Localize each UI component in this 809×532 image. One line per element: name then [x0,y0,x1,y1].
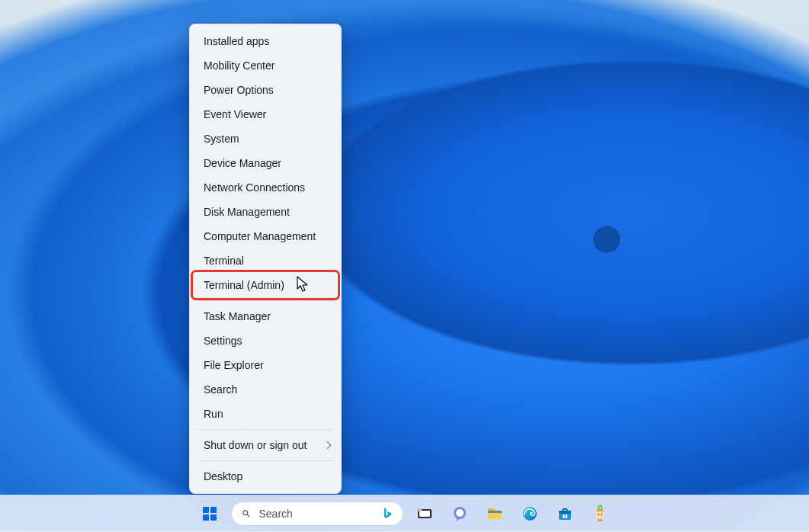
menu-item-file-explorer[interactable]: File Explorer [190,353,341,377]
menu-item-label: Settings [204,335,242,347]
menu-item-label: Network Connections [204,181,305,194]
taskbar-search[interactable]: Search [231,502,403,526]
menu-item-power-options[interactable]: Power Options [190,78,341,102]
menu-item-label: System [204,133,239,145]
menu-item-label: Mobility Center [204,59,274,72]
menu-item-terminal[interactable]: Terminal [190,248,341,273]
desktop-wallpaper [0,0,809,532]
menu-item-label: Terminal (Admin) [204,279,284,291]
svg-point-22 [598,506,602,510]
menu-item-label: Shut down or sign out [204,439,307,451]
menu-item-label: Computer Management [204,230,316,242]
menu-item-label: Search [204,383,237,396]
svg-rect-6 [419,511,430,517]
file-explorer-button[interactable] [480,498,510,529]
menu-item-system[interactable]: System [190,127,341,151]
svg-rect-7 [417,508,422,511]
menu-separator [197,460,333,461]
menu-item-disk-management[interactable]: Disk Management [190,200,341,224]
chat-button[interactable] [445,498,475,529]
menu-item-installed-apps[interactable]: Installed apps [190,29,341,53]
svg-point-20 [598,514,599,515]
winx-context-menu: Installed appsMobility CenterPower Optio… [189,24,342,494]
menu-item-label: Desktop [204,470,242,482]
menu-item-label: File Explorer [204,359,264,371]
store-icon [556,505,574,523]
menu-item-network-connections[interactable]: Network Connections [190,175,341,200]
svg-point-9 [456,509,464,517]
task-view-icon [416,505,434,523]
start-button[interactable] [194,498,225,529]
svg-rect-2 [203,514,209,521]
start-icon [201,505,219,523]
menu-item-task-manager[interactable]: Task Manager [190,304,341,328]
menu-item-desktop[interactable]: Desktop [190,464,341,489]
chat-icon [451,505,469,523]
search-placeholder: Search [259,508,372,520]
menu-separator [197,429,333,430]
menu-item-terminal-admin[interactable]: Terminal (Admin) [190,273,341,297]
store-button[interactable] [550,498,580,529]
menu-item-device-manager[interactable]: Device Manager [190,151,341,175]
svg-rect-19 [598,519,602,521]
menu-separator [197,300,333,301]
bing-icon[interactable] [380,506,395,521]
menu-item-label: Task Manager [204,310,271,322]
svg-rect-17 [565,514,567,518]
assistant-button[interactable] [585,498,615,529]
svg-rect-0 [203,507,209,513]
menu-item-shut-down-sign-out[interactable]: Shut down or sign out [190,433,341,457]
edge-icon [521,505,539,523]
menu-item-label: Event Viewer [204,108,266,120]
svg-rect-3 [210,514,217,521]
svg-rect-16 [563,514,565,518]
menu-item-label: Device Manager [204,157,281,169]
menu-item-label: Power Options [204,84,274,96]
svg-rect-12 [488,511,502,513]
menu-item-label: Run [204,408,223,420]
menu-item-settings[interactable]: Settings [190,328,341,353]
edge-button[interactable] [515,498,545,529]
assistant-icon [591,505,609,523]
search-icon [241,508,252,519]
menu-item-label: Disk Management [204,206,290,218]
taskbar: Search [0,495,809,532]
menu-item-search[interactable]: Search [190,377,341,402]
svg-rect-1 [210,507,217,513]
menu-item-label: Terminal [204,255,244,267]
menu-item-event-viewer[interactable]: Event Viewer [190,102,341,127]
file-explorer-icon [486,505,504,523]
menu-item-computer-management[interactable]: Computer Management [190,224,341,248]
task-view-button[interactable] [409,498,440,529]
menu-item-run[interactable]: Run [190,402,341,426]
menu-item-mobility-center[interactable]: Mobility Center [190,53,341,78]
svg-point-21 [601,514,602,515]
svg-rect-15 [559,511,571,514]
menu-item-label: Installed apps [204,35,269,47]
